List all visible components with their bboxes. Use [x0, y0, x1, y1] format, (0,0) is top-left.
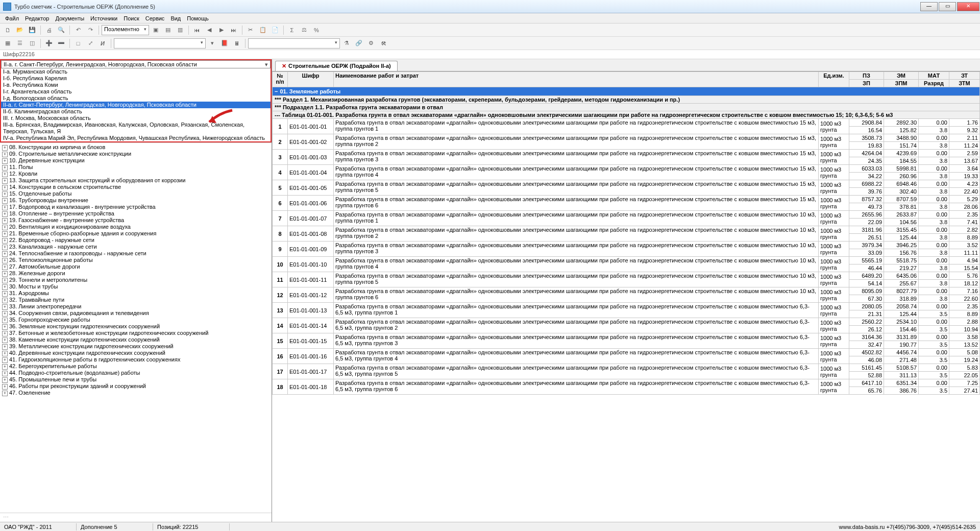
maximize-button[interactable]: ▭ [939, 2, 956, 11]
col-name[interactable]: Наименование работ и затрат [334, 72, 819, 87]
tree-item[interactable]: +16. Трубопроводы внутренние [1, 197, 271, 204]
tree-item[interactable]: +23. Канализация - наружные сети [1, 244, 271, 250]
expand-icon[interactable]: + [2, 191, 8, 197]
region-option[interactable]: II-а. г. Санкт-Петербург, Ленинградская,… [1, 102, 271, 108]
expand-icon[interactable]: + [2, 278, 8, 283]
cut-icon[interactable]: ✂ [245, 25, 256, 36]
table-row[interactable]: 15Е01-01-001-15Разработка грунта в отвал… [273, 333, 980, 341]
minimize-button[interactable]: — [920, 2, 938, 11]
expand-icon[interactable]: + [2, 371, 8, 376]
menu-view[interactable]: Вид [167, 14, 184, 22]
expand-icon[interactable]: + [2, 145, 8, 151]
scale-icon[interactable]: ⚖ [299, 25, 310, 36]
table-row[interactable]: 7Е01-01-001-07Разработка грунта в отвал … [273, 211, 980, 219]
tree-item[interactable]: +30. Мосты и трубы [1, 283, 271, 290]
expand-icon[interactable]: + [2, 152, 8, 157]
col-np[interactable]: № п/п [273, 72, 288, 87]
tree-item[interactable]: +28. Железные дороги [1, 270, 271, 277]
expand-icon[interactable]: + [2, 291, 8, 297]
region-option[interactable]: I-а. Мурманская область [1, 68, 271, 75]
table-row[interactable]: 18Е01-01-001-18Разработка грунта в отвал… [273, 379, 980, 387]
table-row[interactable]: 13Е01-01-001-13Разработка грунта в отвал… [273, 303, 980, 310]
col-unit[interactable]: Ед.изм. [819, 72, 849, 87]
paste-icon[interactable]: 📄 [270, 25, 281, 36]
filter-icon[interactable]: ⚗ [341, 38, 352, 49]
sum-icon[interactable]: Σ [286, 25, 298, 36]
table-row[interactable]: 1Е01-01-001-01Разработка грунта в отвал … [273, 119, 980, 127]
table-row[interactable]: 8Е01-01-001-08Разработка грунта в отвал … [273, 226, 980, 234]
tree-item[interactable]: +39. Металлические конструкции гидротехн… [1, 343, 271, 350]
tree-item[interactable]: +29. Тоннели и метрополитены [1, 277, 271, 283]
menu-sources[interactable]: Источники [87, 14, 120, 22]
nav-last-icon[interactable]: ⏭ [228, 25, 239, 36]
expand-icon[interactable]: + [2, 331, 8, 336]
category-tree[interactable]: +08. Конструкции из кирпича и блоков+09.… [0, 142, 272, 513]
tree-item[interactable]: +15. Отделочные работы [1, 190, 271, 197]
table-row[interactable]: 4Е01-01-001-04Разработка грунта в отвал … [273, 165, 980, 173]
tree-item[interactable]: +36. Земляные конструкции гидротехническ… [1, 323, 271, 330]
table-row[interactable]: 11Е01-01-001-11Разработка грунта в отвал… [273, 272, 980, 280]
col-pz[interactable]: ПЗ [849, 72, 884, 80]
link-icon[interactable]: 🔗 [353, 38, 364, 49]
table-row[interactable]: 5Е01-01-001-05Разработка грунта в отвал … [273, 180, 980, 188]
expand-icon[interactable]: + [2, 172, 8, 177]
expand-icon[interactable]: + [2, 218, 8, 224]
undo-icon[interactable]: ↶ [72, 25, 84, 36]
table-row[interactable]: 10Е01-01-001-10Разработка грунта в отвал… [273, 257, 980, 264]
tools-icon[interactable]: 🛠 [378, 38, 389, 49]
tree-item[interactable]: +45. Промышленные печи и трубы [1, 376, 271, 383]
expand-icon[interactable]: ⤢ [85, 38, 96, 49]
preview-icon[interactable]: 🔍 [56, 25, 67, 36]
section-header[interactable]: *** Раздел 1. Механизированная разработк… [273, 96, 980, 104]
redo-icon[interactable]: ↷ [85, 25, 96, 36]
expand-icon[interactable]: + [2, 185, 8, 190]
tree-item[interactable]: +44. Подводно-строительные (водолазные) … [1, 370, 271, 376]
expand-icon[interactable]: + [2, 324, 8, 330]
section-header[interactable]: --- Таблица 01-01-001. Разработка грунта… [273, 111, 980, 119]
tree-item[interactable]: +37. Бетонные и железобетонные конструкц… [1, 330, 271, 336]
tree-item[interactable]: +18. Отопление – внутренние устройства [1, 210, 271, 217]
nav-first-icon[interactable]: ⏮ [191, 25, 203, 36]
table-row[interactable]: 16Е01-01-001-16Разработка грунта в отвал… [273, 349, 980, 356]
table-row[interactable]: 9Е01-01-001-09Разработка грунта в отвал … [273, 242, 980, 249]
tree-item[interactable]: +38. Каменные конструкции гидротехническ… [1, 336, 271, 343]
menu-file[interactable]: Файл [2, 14, 22, 22]
tree-item[interactable]: +09. Строительные металлические конструк… [1, 151, 271, 157]
region-option[interactable]: III-а. Брянская, Владимирская, Ивановска… [1, 122, 271, 135]
expand-icon[interactable]: + [2, 158, 8, 164]
expand-icon[interactable]: + [2, 357, 8, 363]
italic-icon[interactable]: И [97, 38, 108, 49]
region-option[interactable]: IV-а. Республика Марий Эл, Республика Мо… [1, 135, 271, 141]
book-icon[interactable]: 📕 [219, 38, 230, 49]
table-row[interactable]: 17Е01-01-001-17Разработка грунта в отвал… [273, 364, 980, 372]
menu-help[interactable]: Помощь [184, 14, 212, 22]
expand-icon[interactable]: + [2, 245, 8, 250]
gear-icon[interactable]: ⚙ [365, 38, 377, 49]
tree-item[interactable]: +42. Берегоукрепительные работы [1, 363, 271, 370]
expand-icon[interactable]: + [2, 318, 8, 323]
menu-documents[interactable]: Документы [52, 14, 87, 22]
tree-item[interactable]: +26. Теплоизоляционные работы [1, 257, 271, 263]
col-mat[interactable]: МАТ [919, 72, 949, 80]
table-row[interactable]: 6Е01-01-001-06Разработка грунта в отвал … [273, 196, 980, 203]
expand-icon[interactable]: + [2, 165, 8, 171]
region-option[interactable]: III. г. Москва, Московская область [1, 115, 271, 122]
col-zt[interactable]: ЗТ [949, 72, 980, 80]
expand-icon[interactable]: + [2, 205, 8, 210]
table-row[interactable]: 3Е01-01-001-03Разработка грунта в отвал … [273, 150, 980, 157]
expand-icon[interactable]: + [2, 178, 8, 184]
region-option[interactable]: I-в. Республика Коми [1, 82, 271, 88]
expand-icon[interactable]: + [2, 384, 8, 390]
table-row[interactable]: 2Е01-01-001-02Разработка грунта в отвал … [273, 134, 980, 142]
expand-icon[interactable]: + [2, 284, 8, 290]
view-grid-icon[interactable]: ▦ [2, 38, 13, 49]
open-icon[interactable]: 📂 [14, 25, 26, 36]
tree-item[interactable]: +31. Аэродромы [1, 290, 271, 297]
nav-next-icon[interactable]: ▶ [216, 25, 227, 36]
tree-item[interactable]: +35. Горнопроходческие работы [1, 317, 271, 323]
tree-item[interactable]: +33. Линии электропередачи [1, 303, 271, 310]
dropdown-icon[interactable]: ▾ [207, 38, 218, 49]
tree-item[interactable]: +32. Трамвайные пути [1, 297, 271, 303]
tree-item[interactable]: +41. Гидроизоляционные работы в гидротех… [1, 356, 271, 363]
table-row[interactable]: 12Е01-01-001-12Разработка грунта в отвал… [273, 287, 980, 295]
